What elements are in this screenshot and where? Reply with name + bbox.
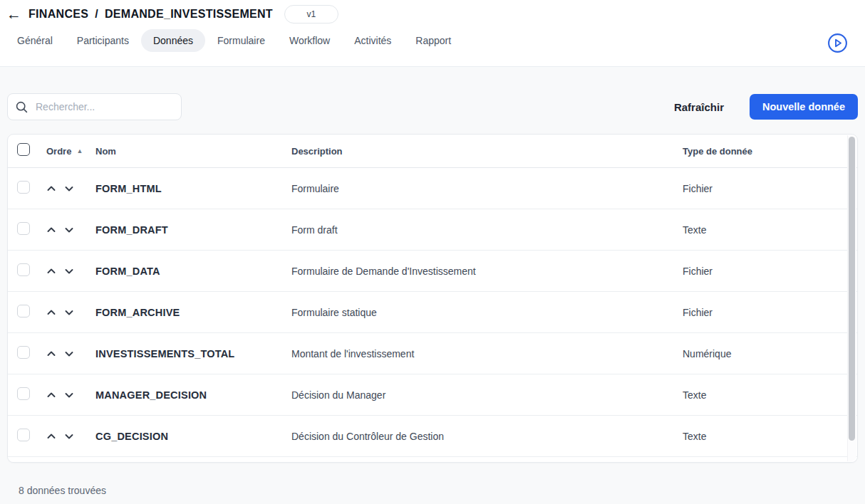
column-header-ordre[interactable]: Ordre ▲	[46, 146, 95, 157]
move-up-button[interactable]	[46, 266, 56, 276]
row-type: Texte	[683, 431, 857, 442]
row-name: INVESTISSEMENTS_TOTAL	[95, 348, 291, 359]
table-row: FORM_DATA Formulaire de Demande d'Invest…	[8, 251, 857, 292]
move-up-button[interactable]	[46, 184, 56, 194]
tab-donnees[interactable]: Données	[141, 29, 205, 52]
move-up-button[interactable]	[46, 349, 56, 359]
play-icon	[827, 45, 848, 56]
row-description: Montant de l'investissement	[291, 348, 683, 359]
move-down-button[interactable]	[64, 266, 74, 276]
row-checkbox[interactable]	[17, 305, 30, 317]
row-name: FORM_ARCHIVE	[95, 307, 291, 318]
move-up-button[interactable]	[46, 390, 56, 400]
search-icon	[16, 101, 28, 113]
table-header-row: Ordre ▲ Nom Description Type de donnée	[8, 135, 857, 168]
column-header-description[interactable]: Description	[291, 146, 683, 157]
row-description: Décision du Contrôleur de Gestion	[291, 431, 683, 442]
move-down-button[interactable]	[64, 184, 74, 194]
data-table: Ordre ▲ Nom Description Type de donnée F…	[7, 134, 858, 463]
table-row: CG_DECISION Décision du Contrôleur de Ge…	[8, 416, 857, 457]
row-name: CG_DECISION	[95, 431, 291, 442]
row-description: Formulaire statique	[291, 307, 683, 318]
new-data-button[interactable]: Nouvelle donnée	[750, 94, 858, 120]
breadcrumb-current: DEMANDE_INVESTISSEMENT	[105, 8, 273, 21]
tab-activites[interactable]: Activités	[342, 29, 403, 52]
version-badge[interactable]: v1	[284, 5, 338, 23]
table-row-partial	[8, 457, 857, 463]
move-up-button[interactable]	[46, 431, 56, 441]
row-type: Fichier	[683, 183, 857, 194]
row-description: Formulaire de Demande d'Investissement	[291, 266, 683, 277]
table-scrollbar-track[interactable]	[847, 135, 856, 461]
table-row: FORM_HTML Formulaire Fichier	[8, 168, 857, 209]
breadcrumb-parent[interactable]: FINANCES	[29, 8, 88, 21]
back-arrow-icon[interactable]: ←	[6, 6, 21, 21]
search-input[interactable]	[34, 100, 173, 113]
row-checkbox[interactable]	[17, 429, 30, 441]
row-checkbox[interactable]	[17, 346, 30, 359]
row-checkbox[interactable]	[17, 222, 30, 235]
tab-workflow[interactable]: Workflow	[277, 29, 342, 52]
breadcrumb-separator: /	[95, 8, 98, 21]
row-type: Numérique	[683, 348, 857, 359]
refresh-button[interactable]: Rafraîchir	[673, 97, 725, 117]
row-type: Fichier	[683, 266, 857, 277]
move-down-button[interactable]	[64, 225, 74, 235]
column-header-nom[interactable]: Nom	[95, 146, 291, 157]
row-checkbox[interactable]	[17, 387, 30, 400]
row-description: Form draft	[291, 224, 683, 236]
run-workflow-button[interactable]	[827, 33, 848, 53]
move-up-button[interactable]	[46, 225, 56, 235]
row-name: MANAGER_DECISION	[95, 389, 291, 401]
tab-rapport[interactable]: Rapport	[403, 29, 463, 52]
table-scrollbar-thumb[interactable]	[849, 137, 855, 441]
row-name: FORM_DRAFT	[95, 224, 291, 236]
row-name: FORM_HTML	[95, 183, 291, 194]
table-row: MANAGER_DECISION Décision du Manager Tex…	[8, 374, 857, 416]
table-row: INVESTISSEMENTS_TOTAL Montant de l'inves…	[8, 333, 857, 374]
row-type: Texte	[683, 389, 857, 401]
row-checkbox[interactable]	[17, 181, 30, 194]
sort-asc-icon: ▲	[76, 148, 83, 154]
table-row: FORM_ARCHIVE Formulaire statique Fichier	[8, 292, 857, 333]
tab-general[interactable]: Général	[5, 29, 65, 52]
select-all-checkbox[interactable]	[17, 143, 30, 156]
toolbar: Rafraîchir Nouvelle donnée	[7, 93, 858, 120]
search-box	[7, 93, 182, 120]
move-down-button[interactable]	[64, 390, 74, 400]
row-name: FORM_DATA	[95, 266, 291, 277]
row-type: Fichier	[683, 307, 857, 318]
row-description: Décision du Manager	[291, 389, 683, 401]
row-description: Formulaire	[291, 183, 683, 194]
breadcrumb: ← FINANCES / DEMANDE_INVESTISSEMENT v1	[0, 0, 865, 23]
table-row: FORM_DRAFT Form draft Texte	[8, 209, 857, 251]
column-header-type[interactable]: Type de donnée	[683, 146, 857, 157]
result-count: 8 données trouvées	[7, 463, 858, 496]
tab-formulaire[interactable]: Formulaire	[205, 29, 277, 52]
row-type: Texte	[683, 224, 857, 236]
top-header: ← FINANCES / DEMANDE_INVESTISSEMENT v1 G…	[0, 0, 865, 67]
table-body: FORM_HTML Formulaire Fichier FORM_DRAFT …	[8, 168, 857, 457]
move-down-button[interactable]	[64, 431, 74, 441]
tab-participants[interactable]: Participants	[65, 29, 141, 52]
tab-bar: GénéralParticipantsDonnéesFormulaireWork…	[0, 23, 865, 52]
move-down-button[interactable]	[64, 308, 74, 317]
main-content: Rafraîchir Nouvelle donnée Ordre ▲ Nom D…	[0, 93, 865, 496]
move-down-button[interactable]	[64, 349, 74, 359]
move-up-button[interactable]	[46, 308, 56, 317]
row-checkbox[interactable]	[17, 263, 30, 276]
